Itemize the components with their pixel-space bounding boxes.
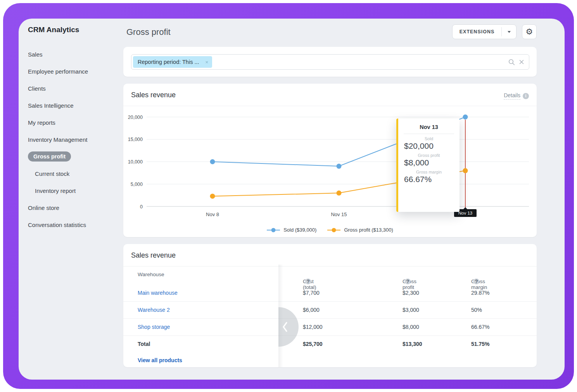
svg-text:Nov 15: Nov 15 xyxy=(331,211,347,217)
cell-cost: $12,000 xyxy=(303,324,323,330)
app-window: CRM Analytics SalesEmployee performanceC… xyxy=(19,19,565,380)
table-card-title: Sales revenue xyxy=(131,251,176,260)
tooltip-value-gross-margin: 66.67% xyxy=(398,175,460,184)
cell-warehouse[interactable]: Main warehouse xyxy=(138,290,178,296)
sidebar-item-label: Employee performance xyxy=(28,68,88,75)
sidebar-item-label: Sales Intelligence xyxy=(28,102,74,109)
table-row: Main warehouse$7,700$2,30029.87% xyxy=(123,285,537,302)
chart-legend: Sold ($39,000)Gross profit ($13,300) xyxy=(123,227,537,233)
cell-gross-margin: 51.75% xyxy=(471,341,489,347)
cell-gross-profit: $3,000 xyxy=(403,307,419,313)
sidebar-item-label: Sales xyxy=(28,51,43,58)
screen: CRM Analytics SalesEmployee performanceC… xyxy=(0,0,577,392)
sidebar-item-employee-performance[interactable]: Employee performance xyxy=(28,63,125,80)
svg-text:15,000: 15,000 xyxy=(128,137,143,142)
filter-card: Reporting period: This ... × xyxy=(123,47,537,77)
cell-cost: $7,700 xyxy=(303,290,320,296)
chip-close-icon[interactable]: × xyxy=(206,59,209,65)
sidebar-item-current-stock[interactable]: Current stock xyxy=(28,165,125,182)
table-row: Shop storage$12,000$8,00066.67% xyxy=(123,319,537,336)
sidebar-nav: SalesEmployee performanceClientsSales In… xyxy=(28,46,125,233)
sidebar-item-label: Online store xyxy=(28,205,59,211)
sidebar-item-sales[interactable]: Sales xyxy=(28,46,125,63)
table-body: Main warehouse$7,700$2,30029.87%Warehous… xyxy=(123,285,537,353)
svg-text:0: 0 xyxy=(140,204,143,210)
help-icon[interactable]: ? xyxy=(405,279,411,284)
cell-gross-margin: 66.67% xyxy=(471,324,489,330)
chart-tooltip: Nov 13 Sold $20,000 Gross profit $8,000 … xyxy=(396,119,460,212)
sidebar-item-label: My reports xyxy=(28,119,55,126)
tooltip-value-sold: $20,000 xyxy=(398,141,460,151)
cell-gross-margin: 29.87% xyxy=(471,290,489,296)
svg-text:5,000: 5,000 xyxy=(131,182,143,187)
search-icon[interactable] xyxy=(508,59,515,65)
sidebar-item-inventory-report[interactable]: Inventory report xyxy=(28,182,125,199)
filter-icons xyxy=(508,59,524,65)
tooltip-date: Nov 13 xyxy=(398,124,460,130)
svg-text:Nov 8: Nov 8 xyxy=(206,211,219,217)
cell-warehouse[interactable]: Shop storage xyxy=(138,324,170,330)
tooltip-label-gross-profit: Gross profit xyxy=(398,153,460,158)
gear-icon: ⚙ xyxy=(526,27,533,36)
settings-button[interactable]: ⚙ xyxy=(522,24,537,39)
legend-marker xyxy=(267,230,280,230)
sidebar-item-gross-profit[interactable]: Gross profit xyxy=(28,148,125,165)
table-row: Warehouse 2$6,000$3,00050% xyxy=(123,302,537,319)
help-icon[interactable]: ? xyxy=(305,279,311,284)
sales-revenue-table-card: Sales revenue Warehouse Cost (total)? Gr… xyxy=(123,244,537,367)
legend-label: Sold ($39,000) xyxy=(283,227,316,233)
legend-label: Gross profit ($13,300) xyxy=(344,227,393,233)
cell-gross-margin: 50% xyxy=(471,307,482,313)
legend-marker xyxy=(327,230,340,230)
help-icon[interactable]: ? xyxy=(473,279,479,284)
cell-warehouse: Total xyxy=(138,341,150,347)
sidebar-item-online-store[interactable]: Online store xyxy=(28,199,125,216)
cell-cost: $25,700 xyxy=(303,341,323,347)
extensions-button[interactable]: EXTENSIONS xyxy=(452,24,517,39)
chevron-down-icon xyxy=(508,31,511,33)
chevron-left-icon xyxy=(282,322,288,332)
header-buttons: EXTENSIONS ⚙ xyxy=(452,24,537,39)
clear-icon[interactable] xyxy=(519,59,524,65)
table-header-row: Warehouse Cost (total)? Gross profit? Gr… xyxy=(123,265,537,285)
filter-chip-reporting-period[interactable]: Reporting period: This ... × xyxy=(133,56,212,68)
sidebar-item-label: Gross profit xyxy=(28,151,71,162)
tooltip-label-gross-margin: Gross margin xyxy=(398,170,460,174)
cell-cost: $6,000 xyxy=(303,307,320,313)
sidebar-item-my-reports[interactable]: My reports xyxy=(28,114,125,131)
tooltip-value-gross-profit: $8,000 xyxy=(398,158,460,167)
cell-gross-profit: $13,300 xyxy=(403,341,422,347)
extensions-button-label: EXTENSIONS xyxy=(453,29,501,34)
sidebar-item-conversation-statistics[interactable]: Conversation statistics xyxy=(28,216,125,233)
sidebar-item-sales-intelligence[interactable]: Sales Intelligence xyxy=(28,97,125,114)
sidebar-item-label: Inventory report xyxy=(35,187,76,194)
column-header-warehouse: Warehouse xyxy=(138,272,164,277)
sidebar-item-inventory-management[interactable]: Inventory Management xyxy=(28,131,125,148)
svg-text:20,000: 20,000 xyxy=(128,115,143,120)
filter-search-input[interactable]: Reporting period: This ... × xyxy=(131,54,529,70)
table-card-header: Sales revenue xyxy=(123,244,537,266)
page-title: Gross profit xyxy=(126,27,171,37)
cell-gross-profit: $2,300 xyxy=(403,290,419,296)
sidebar-item-label: Clients xyxy=(28,85,46,92)
sidebar-item-label: Inventory Management xyxy=(28,136,87,143)
svg-text:10,000: 10,000 xyxy=(128,159,143,165)
sidebar-item-label: Conversation statistics xyxy=(28,222,86,228)
app-title: CRM Analytics xyxy=(28,26,79,34)
extensions-dropdown-toggle[interactable] xyxy=(502,31,516,33)
view-all-products-link[interactable]: View all products xyxy=(138,357,182,363)
sales-revenue-chart-card: Sales revenue Details i 20,00015,00010,0… xyxy=(123,84,537,237)
legend-item[interactable]: Sold ($39,000) xyxy=(267,227,316,233)
tooltip-divider xyxy=(404,134,454,134)
filter-chip-label: Reporting period: This ... xyxy=(138,59,199,65)
cell-gross-profit: $8,000 xyxy=(403,324,419,330)
legend-item[interactable]: Gross profit ($13,300) xyxy=(327,227,393,233)
sidebar-item-clients[interactable]: Clients xyxy=(28,80,125,97)
table-row-total: Total$25,700$13,30051.75% xyxy=(123,336,537,353)
sidebar-item-label: Current stock xyxy=(35,170,69,177)
tooltip-label-sold: Sold xyxy=(398,136,460,141)
window-frame: CRM Analytics SalesEmployee performanceC… xyxy=(3,3,574,389)
cell-warehouse[interactable]: Warehouse 2 xyxy=(138,307,170,313)
